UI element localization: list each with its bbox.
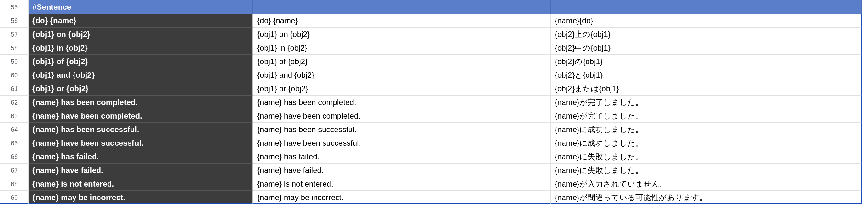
spreadsheet[interactable]: 55 #Sentence 56{do} {name}{do} {name}{na… [0,0,868,204]
row-number[interactable]: 68 [0,177,29,191]
row-number[interactable]: 64 [0,123,29,136]
cell-key[interactable]: {obj1} of {obj2} [29,55,253,68]
cell-translation[interactable]: {name}に失敗しました。 [551,163,862,177]
cell-source[interactable]: {obj1} and {obj2} [253,68,551,81]
cell-key[interactable]: {obj1} in {obj2} [29,41,253,55]
cell-translation[interactable]: {name}が入力されていません。 [551,177,862,191]
row-number[interactable]: 67 [0,163,29,177]
table-row[interactable]: 65{name} have been successful.{name} hav… [0,136,868,149]
table-row[interactable]: 63{name} have been completed.{name} have… [0,109,868,123]
cell-key[interactable]: {name} is not entered. [29,177,253,191]
cell-source[interactable]: {obj1} of {obj2} [253,55,551,68]
cell-translation[interactable]: {name}{do} [551,13,862,27]
row-number[interactable]: 55 [0,0,29,13]
cell-translation[interactable]: {obj2}の{obj1} [551,55,862,68]
cell-source[interactable]: {obj1} or {obj2} [253,81,551,95]
row-number[interactable]: 66 [0,149,29,163]
table-row[interactable]: 57{obj1} on {obj2}{obj1} on {obj2}{obj2}… [0,27,868,41]
cell-translation[interactable]: {name}に成功しました。 [551,123,862,136]
cell-source[interactable]: {name} has failed. [253,149,551,163]
cell-translation[interactable]: {obj2}上の{obj1} [551,27,862,41]
cell-translation[interactable]: {name}が間違っている可能性があります。 [551,191,862,204]
header-row[interactable]: 55 #Sentence [0,0,868,13]
cell-key[interactable]: {name} has been successful. [29,123,253,136]
cell-key[interactable]: {name} may be incorrect. [29,191,253,204]
cell-source[interactable]: {name} is not entered. [253,177,551,191]
table-row[interactable]: 64{name} has been successful.{name} has … [0,123,868,136]
cell-source[interactable]: {name} have been successful. [253,136,551,149]
row-number[interactable]: 61 [0,81,29,95]
cell-source[interactable]: {name} has been successful. [253,123,551,136]
cell-source[interactable]: {name} may be incorrect. [253,191,551,204]
cell-key[interactable]: {name} have failed. [29,163,253,177]
cell-translation[interactable]: {name}が完了しました。 [551,109,862,123]
cell-key[interactable]: {do} {name} [29,13,253,27]
cell-source[interactable]: {name} has been completed. [253,95,551,109]
cell-source[interactable]: {name} have been completed. [253,109,551,123]
row-number[interactable]: 63 [0,109,29,123]
cell-translation[interactable]: {name}に成功しました。 [551,136,862,149]
row-number[interactable]: 56 [0,13,29,27]
table-row[interactable]: 66{name} has failed.{name} has failed.{n… [0,149,868,163]
cell-key[interactable]: {obj1} and {obj2} [29,68,253,81]
table-row[interactable]: 56{do} {name}{do} {name}{name}{do} [0,13,868,27]
cell-source[interactable]: {obj1} in {obj2} [253,41,551,55]
cell-key[interactable]: {obj1} on {obj2} [29,27,253,41]
cell-translation[interactable]: {name}が完了しました。 [551,95,862,109]
table-row[interactable]: 62{name} has been completed.{name} has b… [0,95,868,109]
row-number[interactable]: 59 [0,55,29,68]
cell-key[interactable]: {name} has failed. [29,149,253,163]
cell-source[interactable]: {do} {name} [253,13,551,27]
row-number[interactable]: 57 [0,27,29,41]
row-number[interactable]: 58 [0,41,29,55]
table-row[interactable]: 69{name} may be incorrect.{name} may be … [0,191,868,204]
cell-key[interactable]: {name} has been completed. [29,95,253,109]
row-number[interactable]: 62 [0,95,29,109]
header-cell-b[interactable] [253,0,551,13]
cell-translation[interactable]: {name}に失敗しました。 [551,149,862,163]
cell-translation[interactable]: {obj2}と{obj1} [551,68,862,81]
table-row[interactable]: 59{obj1} of {obj2}{obj1} of {obj2}{obj2}… [0,55,868,68]
table-row[interactable]: 67{name} have failed.{name} have failed.… [0,163,868,177]
row-number[interactable]: 65 [0,136,29,149]
table-row[interactable]: 68{name} is not entered.{name} is not en… [0,177,868,191]
cell-source[interactable]: {obj1} on {obj2} [253,27,551,41]
header-cell-c[interactable] [551,0,862,13]
table-row[interactable]: 58{obj1} in {obj2}{obj1} in {obj2}{obj2}… [0,41,868,55]
cell-source[interactable]: {name} have failed. [253,163,551,177]
table-row[interactable]: 61{obj1} or {obj2}{obj1} or {obj2}{obj2}… [0,81,868,95]
cell-translation[interactable]: {obj2}または{obj1} [551,81,862,95]
row-number[interactable]: 69 [0,191,29,204]
cell-key[interactable]: {name} have been completed. [29,109,253,123]
cell-key[interactable]: {name} have been successful. [29,136,253,149]
row-number[interactable]: 60 [0,68,29,81]
header-cell-sentence[interactable]: #Sentence [29,0,253,13]
cell-key[interactable]: {obj1} or {obj2} [29,81,253,95]
table-row[interactable]: 60{obj1} and {obj2}{obj1} and {obj2}{obj… [0,68,868,81]
cell-translation[interactable]: {obj2}中の{obj1} [551,41,862,55]
